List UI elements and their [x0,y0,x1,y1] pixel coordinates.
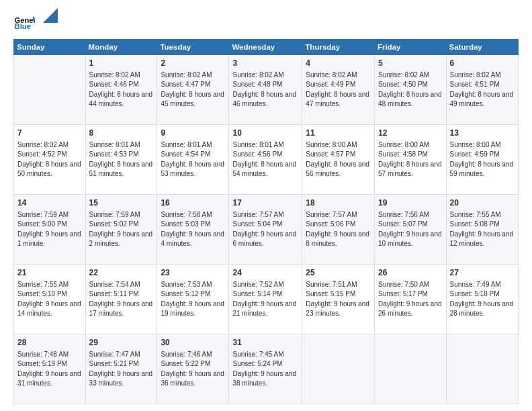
calendar-cell: 4Sunrise: 8:02 AMSunset: 4:49 PMDaylight… [302,55,375,125]
day-info: Sunrise: 7:53 AMSunset: 5:12 PMDaylight:… [161,280,225,319]
day-info: Sunrise: 7:52 AMSunset: 5:14 PMDaylight:… [232,280,298,319]
calendar-cell: 3Sunrise: 8:02 AMSunset: 4:48 PMDaylight… [229,55,302,125]
calendar-cell: 7Sunrise: 8:02 AMSunset: 4:52 PMDaylight… [14,125,86,195]
calendar-cell: 11Sunrise: 8:00 AMSunset: 4:57 PMDayligh… [302,125,375,195]
weekday-header-saturday: Saturday [446,40,518,55]
calendar-cell: 12Sunrise: 8:00 AMSunset: 4:58 PMDayligh… [375,125,447,195]
day-info: Sunrise: 7:50 AMSunset: 5:17 PMDaylight:… [378,280,443,319]
day-info: Sunrise: 7:59 AMSunset: 5:02 PMDaylight:… [89,210,154,249]
calendar-cell: 14Sunrise: 7:59 AMSunset: 5:00 PMDayligh… [14,195,86,265]
day-number: 24 [232,267,298,279]
calendar-header-row: SundayMondayTuesdayWednesdayThursdayFrid… [14,40,519,55]
day-number: 10 [232,128,298,139]
calendar-cell: 9Sunrise: 8:01 AMSunset: 4:54 PMDaylight… [157,125,229,195]
header: General Blue [13,11,519,32]
day-info: Sunrise: 8:02 AMSunset: 4:50 PMDaylight:… [378,71,443,109]
day-info: Sunrise: 8:02 AMSunset: 4:52 PMDaylight:… [17,140,82,179]
calendar-cell: 23Sunrise: 7:53 AMSunset: 5:12 PMDayligh… [157,265,229,334]
calendar-cell: 18Sunrise: 7:57 AMSunset: 5:06 PMDayligh… [302,195,375,265]
logo: General Blue [13,11,58,32]
day-number: 14 [17,197,82,209]
calendar-cell: 20Sunrise: 7:55 AMSunset: 5:08 PMDayligh… [446,195,518,265]
day-info: Sunrise: 8:00 AMSunset: 4:58 PMDaylight:… [378,140,443,179]
day-info: Sunrise: 8:02 AMSunset: 4:47 PMDaylight:… [161,71,225,109]
day-number: 15 [89,197,154,209]
day-number: 27 [450,267,515,279]
day-info: Sunrise: 8:00 AMSunset: 4:59 PMDaylight:… [450,140,515,179]
calendar-week-row: 7Sunrise: 8:02 AMSunset: 4:52 PMDaylight… [14,125,519,195]
day-number: 3 [232,58,298,69]
day-number: 7 [17,128,82,139]
day-info: Sunrise: 8:00 AMSunset: 4:57 PMDaylight:… [306,140,371,179]
day-number: 9 [161,128,225,139]
day-info: Sunrise: 7:49 AMSunset: 5:18 PMDaylight:… [450,280,515,319]
calendar-cell: 28Sunrise: 7:48 AMSunset: 5:19 PMDayligh… [14,334,86,404]
weekday-header-wednesday: Wednesday [229,40,302,55]
calendar-cell: 16Sunrise: 7:58 AMSunset: 5:03 PMDayligh… [157,195,229,265]
calendar-cell: 5Sunrise: 8:02 AMSunset: 4:50 PMDaylight… [375,55,447,125]
day-info: Sunrise: 7:55 AMSunset: 5:08 PMDaylight:… [450,210,515,249]
calendar-cell: 2Sunrise: 8:02 AMSunset: 4:47 PMDaylight… [157,55,229,125]
day-info: Sunrise: 7:46 AMSunset: 5:22 PMDaylight:… [161,350,225,389]
calendar-cell: 1Sunrise: 8:02 AMSunset: 4:46 PMDaylight… [85,55,157,125]
calendar-week-row: 28Sunrise: 7:48 AMSunset: 5:19 PMDayligh… [14,334,519,404]
day-number: 6 [450,58,515,69]
day-number: 8 [89,128,154,139]
day-info: Sunrise: 7:57 AMSunset: 5:04 PMDaylight:… [232,210,298,249]
day-info: Sunrise: 7:51 AMSunset: 5:15 PMDaylight:… [306,280,371,319]
day-number: 5 [378,58,443,69]
day-number: 30 [161,337,225,349]
day-info: Sunrise: 7:57 AMSunset: 5:06 PMDaylight:… [306,210,371,249]
day-number: 20 [450,197,515,209]
calendar-week-row: 21Sunrise: 7:55 AMSunset: 5:10 PMDayligh… [14,265,519,334]
calendar-cell: 24Sunrise: 7:52 AMSunset: 5:14 PMDayligh… [229,265,302,334]
svg-marker-3 [43,8,58,23]
calendar-cell: 6Sunrise: 8:02 AMSunset: 4:51 PMDaylight… [446,55,518,125]
day-info: Sunrise: 7:58 AMSunset: 5:03 PMDaylight:… [161,210,225,249]
calendar-cell: 27Sunrise: 7:49 AMSunset: 5:18 PMDayligh… [446,265,518,334]
day-info: Sunrise: 7:55 AMSunset: 5:10 PMDaylight:… [17,280,82,319]
weekday-header-tuesday: Tuesday [157,40,229,55]
logo-triangle-icon [43,8,58,23]
day-number: 21 [17,267,82,279]
day-info: Sunrise: 7:45 AMSunset: 5:24 PMDaylight:… [232,350,298,389]
day-number: 19 [378,197,443,209]
calendar-cell: 17Sunrise: 7:57 AMSunset: 5:04 PMDayligh… [229,195,302,265]
day-info: Sunrise: 8:01 AMSunset: 4:56 PMDaylight:… [232,140,298,179]
calendar-cell [375,334,447,404]
calendar-cell: 21Sunrise: 7:55 AMSunset: 5:10 PMDayligh… [14,265,86,334]
day-number: 1 [89,58,154,69]
calendar-cell [14,55,86,125]
day-number: 28 [17,337,82,349]
calendar-week-row: 14Sunrise: 7:59 AMSunset: 5:00 PMDayligh… [14,195,519,265]
day-info: Sunrise: 7:48 AMSunset: 5:19 PMDaylight:… [17,350,82,389]
day-info: Sunrise: 7:56 AMSunset: 5:07 PMDaylight:… [378,210,443,249]
calendar-cell: 15Sunrise: 7:59 AMSunset: 5:02 PMDayligh… [85,195,157,265]
day-info: Sunrise: 8:01 AMSunset: 4:53 PMDaylight:… [89,140,154,179]
calendar-cell: 10Sunrise: 8:01 AMSunset: 4:56 PMDayligh… [229,125,302,195]
day-number: 22 [89,267,154,279]
svg-text:Blue: Blue [15,22,31,30]
day-number: 29 [89,337,154,349]
calendar-cell: 8Sunrise: 8:01 AMSunset: 4:53 PMDaylight… [85,125,157,195]
calendar-cell: 31Sunrise: 7:45 AMSunset: 5:24 PMDayligh… [229,334,302,404]
day-info: Sunrise: 8:02 AMSunset: 4:46 PMDaylight:… [89,71,154,109]
day-info: Sunrise: 8:02 AMSunset: 4:48 PMDaylight:… [232,71,298,109]
weekday-header-sunday: Sunday [14,40,86,55]
day-number: 12 [378,128,443,139]
day-number: 2 [161,58,225,69]
day-number: 23 [161,267,225,279]
day-number: 16 [161,197,225,209]
weekday-header-monday: Monday [85,40,157,55]
calendar-cell: 25Sunrise: 7:51 AMSunset: 5:15 PMDayligh… [302,265,375,334]
weekday-header-thursday: Thursday [302,40,375,55]
calendar-cell: 30Sunrise: 7:46 AMSunset: 5:22 PMDayligh… [157,334,229,404]
day-number: 25 [306,267,371,279]
day-info: Sunrise: 8:02 AMSunset: 4:51 PMDaylight:… [450,71,515,109]
day-number: 11 [306,128,371,139]
logo-icon: General Blue [13,11,35,32]
page: General Blue SundayMondayTuesdayWednesda… [0,0,532,411]
day-number: 26 [378,267,443,279]
day-info: Sunrise: 8:01 AMSunset: 4:54 PMDaylight:… [161,140,225,179]
calendar-cell: 26Sunrise: 7:50 AMSunset: 5:17 PMDayligh… [375,265,447,334]
